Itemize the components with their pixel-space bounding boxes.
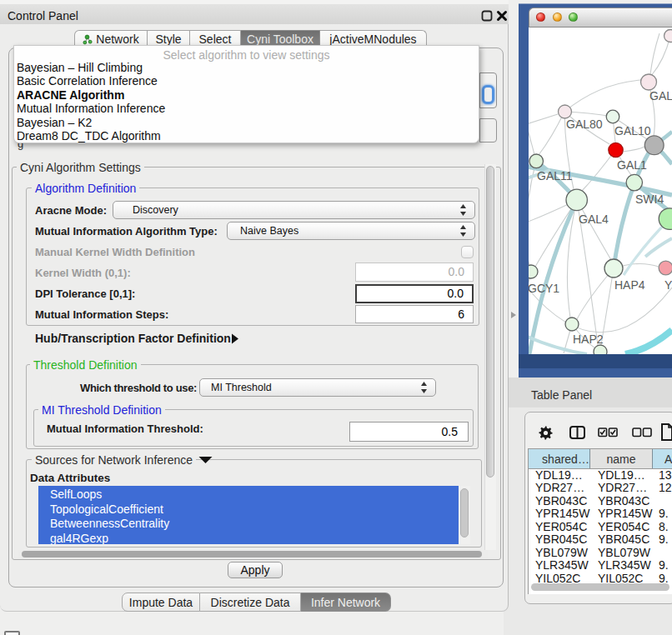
svg-text:GAL1: GAL1 [617,158,647,172]
svg-text:GCY1: GCY1 [529,282,559,295]
svg-text:GAL80: GAL80 [566,118,603,131]
svg-text:GAL10: GAL10 [614,124,651,138]
svg-text:Y: Y [664,278,672,292]
svg-text:SWI4: SWI4 [635,192,664,206]
svg-text:GAL4: GAL4 [579,212,609,226]
svg-text:HAP4: HAP4 [614,278,645,292]
svg-text:GAL11: GAL11 [537,169,573,182]
svg-text:GAL7: GAL7 [649,89,672,102]
svg-text:HAP2: HAP2 [573,332,604,346]
